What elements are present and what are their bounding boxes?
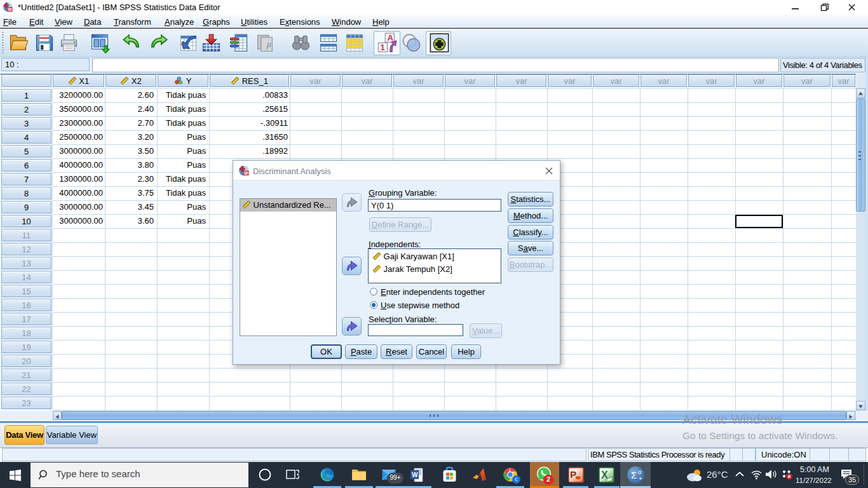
svg-text:W: W bbox=[412, 471, 418, 478]
svg-text:Σ: Σ bbox=[631, 470, 637, 480]
svg-text:α: α bbox=[638, 469, 641, 475]
svg-text:A: A bbox=[388, 33, 394, 43]
svg-text:X: X bbox=[601, 470, 608, 480]
svg-text:μ: μ bbox=[266, 39, 271, 49]
svg-text:1: 1 bbox=[381, 43, 385, 52]
